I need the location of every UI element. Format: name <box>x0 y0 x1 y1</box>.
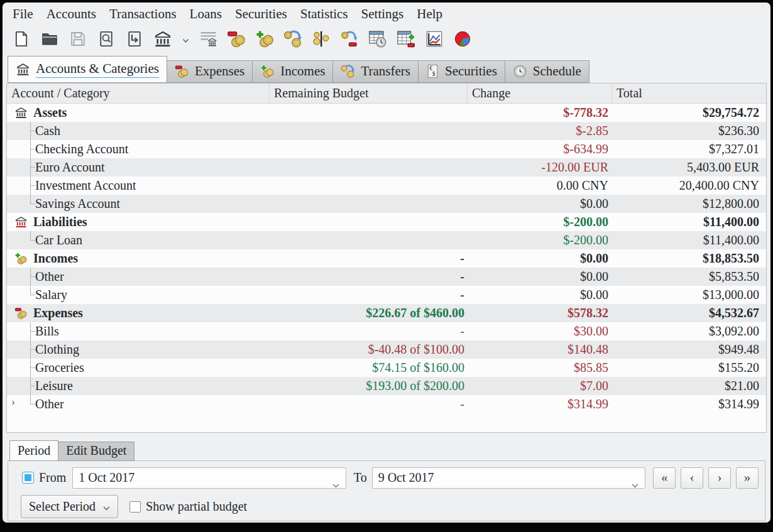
tab-period[interactable]: Period <box>9 440 58 461</box>
import-export-button[interactable] <box>124 30 145 50</box>
open-file-button[interactable] <box>40 30 60 50</box>
change-cell: $-200.00 <box>468 231 612 249</box>
table-row[interactable]: Expenses $226.67 of $460.00 $578.32 $4,5… <box>7 304 766 322</box>
expense-coin-icon <box>227 30 246 51</box>
account-list-button[interactable] <box>198 30 218 50</box>
change-cell: $85.85 <box>468 359 612 377</box>
table-row[interactable]: Clothing $-40.48 of $100.00 $140.48 $949… <box>7 340 766 359</box>
menu-item-accounts[interactable]: Accounts <box>47 6 96 22</box>
column-header-account-category[interactable]: Account / Category <box>7 84 270 103</box>
account-name-cell: Bills <box>7 322 270 340</box>
select-period-label: Select Period <box>29 499 96 514</box>
remaining-budget-cell: $74.15 of $160.00 <box>270 359 468 377</box>
menu-item-transactions[interactable]: Transactions <box>109 6 177 22</box>
table-row[interactable]: Cash $-2.85 $236.30 <box>7 122 766 140</box>
tab-label: Securities <box>445 63 497 79</box>
remaining-budget-cell: $-40.48 of $100.00 <box>270 340 468 359</box>
menu-item-statistics[interactable]: Statistics <box>300 6 348 22</box>
edit-budget-button[interactable] <box>396 30 416 50</box>
new-transfer-button[interactable] <box>283 30 303 50</box>
menu-item-file[interactable]: File <box>13 6 33 22</box>
table-row[interactable]: Liabilities $-200.00 $11,400.00 <box>7 213 766 231</box>
expense-coin-icon <box>175 64 189 79</box>
account-name-cell: Clothing <box>7 340 270 359</box>
account-name-cell: Incomes <box>7 249 270 268</box>
select-period-dropdown[interactable]: Select Period <box>21 495 118 518</box>
tree-branch <box>14 286 35 304</box>
tab-incomes[interactable]: Incomes <box>252 60 333 83</box>
table-row[interactable]: Assets $-778.32 $29,754.72 <box>7 104 766 122</box>
tab-expenses[interactable]: Expenses <box>167 60 253 83</box>
row-label: Liabilities <box>33 215 87 229</box>
table-row[interactable]: Euro Account -120.00 EUR 5,403.00 EUR <box>7 158 766 176</box>
next-period-button[interactable]: › <box>708 467 731 489</box>
tab-schedule[interactable]: Schedule <box>505 60 589 83</box>
total-cell: $949.48 <box>612 340 766 359</box>
row-label: Bills <box>35 324 59 339</box>
table-row[interactable]: Groceries $74.15 of $160.00 $85.85 $155.… <box>7 359 766 377</box>
table-row[interactable]: Leisure $193.00 of $200.00 $7.00 $21.00 <box>7 377 766 395</box>
column-header-total[interactable]: Total <box>612 84 766 103</box>
tab-label: Transfers <box>361 63 410 79</box>
table-row[interactable]: ›Other - $314.99 $314.99 <box>7 395 766 413</box>
menu-item-help[interactable]: Help <box>417 6 442 22</box>
from-date-value: 1 Oct 2017 <box>79 470 134 485</box>
tree-branch <box>14 359 35 377</box>
table-row[interactable]: Savings Account $0.00 $12,800.00 <box>7 195 766 213</box>
new-account-button[interactable] <box>153 30 173 50</box>
scheduled-transactions-button[interactable] <box>368 30 388 50</box>
tab-accounts-categories[interactable]: Accounts & Categories <box>8 56 167 83</box>
change-cell: -120.00 EUR <box>468 158 612 176</box>
split-transaction-button[interactable] <box>311 30 331 50</box>
table-row[interactable]: Bills - $30.00 $3,092.00 <box>7 322 766 340</box>
new-refund-button[interactable] <box>339 30 359 50</box>
table-row[interactable]: Salary - $0.00 $13,000.00 <box>7 286 766 304</box>
from-checkbox[interactable] <box>22 472 34 484</box>
show-partial-budget-checkbox[interactable] <box>129 501 141 513</box>
bank-icon <box>153 30 172 51</box>
table-row[interactable]: Incomes - $0.00 $18,853.50 <box>7 249 766 268</box>
tree-branch <box>14 231 35 249</box>
remaining-budget-cell: - <box>270 249 468 268</box>
tree-branch <box>14 140 35 158</box>
tab-transfers[interactable]: Transfers <box>332 60 419 83</box>
menu-item-loans[interactable]: Loans <box>190 6 222 22</box>
new-account-dropdown[interactable] <box>181 30 190 50</box>
tree-branch <box>14 340 35 359</box>
table-row[interactable]: Investment Account 0.00 CNY 20,400.00 CN… <box>7 176 766 195</box>
pie-chart-button[interactable] <box>452 30 473 50</box>
account-name-cell: Leisure <box>7 377 270 395</box>
tree-branch <box>14 377 35 395</box>
last-period-button[interactable]: » <box>736 467 759 489</box>
from-date-combobox[interactable]: 1 Oct 2017 <box>72 467 346 489</box>
tab-edit-budget[interactable]: Edit Budget <box>58 442 134 461</box>
pie-chart-icon <box>454 30 471 50</box>
total-cell: $7,327.01 <box>612 140 766 158</box>
tree-branch <box>14 268 35 286</box>
table-row[interactable]: Car Loan $-200.00 $11,400.00 <box>7 231 766 249</box>
print-preview-button[interactable] <box>96 30 116 50</box>
previous-period-button[interactable]: ‹ <box>681 467 703 489</box>
column-header-change[interactable]: Change <box>468 84 612 103</box>
save-button[interactable] <box>68 30 88 50</box>
table-row[interactable]: Other - $0.00 $5,853.50 <box>7 268 766 286</box>
transfer-coin-icon <box>283 30 302 51</box>
row-label: Incomes <box>33 251 78 266</box>
chart-button[interactable] <box>424 30 444 50</box>
new-income-button[interactable] <box>255 30 275 50</box>
table-row[interactable]: Checking Account $-634.99 $7,327.01 <box>7 140 766 158</box>
change-cell: $-778.32 <box>468 104 612 122</box>
menu-item-securities[interactable]: Securities <box>235 6 287 22</box>
first-period-button[interactable]: « <box>653 467 676 489</box>
menu-item-settings[interactable]: Settings <box>361 6 404 22</box>
to-date-combobox[interactable]: 9 Oct 2017 <box>372 467 646 489</box>
new-file-button[interactable] <box>11 30 31 50</box>
bottom-tab-bar: Period Edit Budget <box>3 437 770 461</box>
tree-branch <box>14 176 35 195</box>
remaining-budget-cell <box>270 213 468 231</box>
tab-securities[interactable]: €$ Securities <box>418 60 505 83</box>
app-window: File Accounts Transactions Loans Securit… <box>3 3 770 523</box>
new-expense-button[interactable] <box>226 30 246 50</box>
line-chart-icon <box>425 30 443 50</box>
column-header-remaining-budget[interactable]: Remaining Budget <box>270 84 468 103</box>
